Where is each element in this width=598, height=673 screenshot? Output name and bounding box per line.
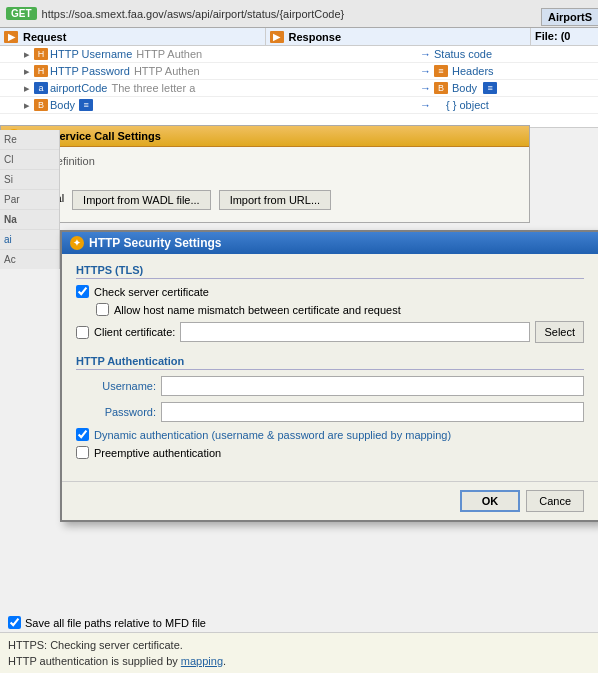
import-url-button[interactable]: Import from URL... <box>219 190 331 210</box>
http-security-dialog: ✦ HTTP Security Settings HTTPS (TLS) Che… <box>60 230 598 522</box>
import-wadl-button[interactable]: Import from WADL file... <box>72 190 211 210</box>
username-desc: HTTP Authen <box>136 48 202 60</box>
https-tls-section: HTTPS (TLS) Check server certificate All… <box>76 264 584 343</box>
status-bar: HTTPS: Checking server certificate. HTTP… <box>0 632 598 673</box>
airportcode-label: airportCode <box>50 82 107 94</box>
airports-tab[interactable]: AirportS <box>541 8 598 26</box>
password-label: HTTP Password <box>50 65 130 77</box>
username-input[interactable] <box>161 376 584 396</box>
tree-row-airportcode: ▸ a airportCode The three letter a → BBo… <box>0 80 598 97</box>
check-server-cert-label: Check server certificate <box>94 286 209 298</box>
body-icon2: ≡ <box>483 82 497 94</box>
allow-hostname-label: Allow host name mismatch between certifi… <box>114 304 401 316</box>
preemptive-checkbox[interactable] <box>76 446 89 459</box>
http-auth-section: HTTP Authentication Username: Password: … <box>76 355 584 459</box>
dialog-footer: OK Cance <box>62 481 598 520</box>
url-text: https://soa.smext.faa.gov/asws/api/airpo… <box>42 8 345 20</box>
https-tls-label: HTTPS (TLS) <box>76 264 584 279</box>
password-field-label: Password: <box>76 406 156 418</box>
http-auth-label: HTTP Authentication <box>76 355 584 370</box>
mapping-area: ▶ Request ▶ Response File: (0 ▸ H HTTP U… <box>0 28 598 128</box>
top-bar: GET https://soa.smext.faa.gov/asws/api/a… <box>0 0 598 28</box>
connector-2: → <box>420 65 431 77</box>
left-label-na: Na <box>0 210 59 230</box>
response-headers: ≡Headers <box>434 65 594 77</box>
status-mapping-link[interactable]: mapping <box>181 655 223 667</box>
tree-row-body: ▸ B Body ≡ → { } object <box>0 97 598 114</box>
dialog-body: HTTPS (TLS) Check server certificate All… <box>62 254 598 481</box>
left-label-ai: ai <box>0 230 59 250</box>
left-label-si: Si <box>0 170 59 190</box>
select-button[interactable]: Select <box>535 321 584 343</box>
status-line-1: HTTPS: Checking server certificate. <box>8 637 590 653</box>
save-paths-checkbox[interactable] <box>8 616 21 629</box>
save-paths-label: Save all file paths relative to MFD file <box>25 617 206 629</box>
connector-3: → <box>420 82 431 94</box>
username-row: Username: <box>76 376 584 396</box>
mapping-columns: ▶ Request ▶ Response File: (0 <box>0 28 598 46</box>
tree-row-password: ▸ H HTTP Password HTTP Authen → ≡Headers <box>0 63 598 80</box>
ws-settings-header: ✦ Web Service Call Settings <box>1 126 529 147</box>
body2-icon: ≡ <box>79 99 93 111</box>
left-label-ac: Ac <box>0 250 59 269</box>
client-cert-checkbox[interactable] <box>76 326 89 339</box>
ws-settings-panel: ✦ Web Service Call Settings Service defi… <box>0 125 530 223</box>
expand-airportcode: ▸ <box>24 82 34 95</box>
dialog-title: HTTP Security Settings <box>89 236 221 250</box>
connector-1: → <box>420 48 431 60</box>
password-row: Password: <box>76 402 584 422</box>
dialog-titlebar: ✦ HTTP Security Settings <box>62 232 598 254</box>
airportcode-icon: a <box>34 82 48 94</box>
left-label-par: Par <box>0 190 59 210</box>
password-input[interactable] <box>161 402 584 422</box>
username-label: HTTP Username <box>50 48 132 60</box>
check-server-cert-row[interactable]: Check server certificate <box>76 285 584 298</box>
wsdl-radio-row[interactable]: WSDL <box>11 173 519 186</box>
connector-4: → <box>420 99 431 111</box>
body-row-label: Body <box>50 99 75 111</box>
status-line-2: HTTP authentication is supplied by mappi… <box>8 653 590 669</box>
response-col-header: Response <box>289 31 342 43</box>
dynamic-auth-checkbox[interactable] <box>76 428 89 441</box>
status-line2-suffix: . <box>223 655 226 667</box>
headers-icon: ≡ <box>434 65 448 77</box>
response-body: BBody ≡ <box>434 82 594 94</box>
username-icon: H <box>34 48 48 60</box>
client-cert-input[interactable] <box>180 322 530 342</box>
username-field-label: Username: <box>76 380 156 392</box>
check-server-cert-checkbox[interactable] <box>76 285 89 298</box>
allow-hostname-checkbox[interactable] <box>96 303 109 316</box>
client-cert-row: Client certificate: Select <box>76 321 584 343</box>
request-col-header: Request <box>23 31 66 43</box>
dialog-title-icon: ✦ <box>70 236 84 250</box>
allow-hostname-row[interactable]: Allow host name mismatch between certifi… <box>96 303 584 316</box>
expand-username: ▸ <box>24 48 34 61</box>
request-col-icon: ▶ <box>4 31 18 43</box>
body-icon: B <box>434 82 448 94</box>
dynamic-auth-label: Dynamic authentication (username & passw… <box>94 429 451 441</box>
service-definition-label: Service definition <box>11 155 519 167</box>
ws-settings-body: Service definition WSDL Manual Import fr… <box>1 147 529 222</box>
body-row-icon: B <box>34 99 48 111</box>
status-line2-prefix: HTTP authentication is supplied by <box>8 655 181 667</box>
left-label-re: Re <box>0 130 59 150</box>
expand-password: ▸ <box>24 65 34 78</box>
response-status: Status code <box>434 48 594 60</box>
http-method-badge: GET <box>6 7 37 20</box>
tree-row-username: ▸ H HTTP Username HTTP Authen → Status c… <box>0 46 598 63</box>
response-object: { } object <box>434 99 594 111</box>
preemptive-auth-row[interactable]: Preemptive authentication <box>76 446 584 459</box>
password-desc: HTTP Authen <box>134 65 200 77</box>
response-col-icon: ▶ <box>270 31 284 43</box>
password-icon: H <box>34 65 48 77</box>
ok-button[interactable]: OK <box>460 490 521 512</box>
preemptive-label: Preemptive authentication <box>94 447 221 459</box>
client-cert-label: Client certificate: <box>94 326 175 338</box>
save-paths-row: Save all file paths relative to MFD file <box>8 616 206 629</box>
airportcode-desc: The three letter a <box>111 82 195 94</box>
expand-body: ▸ <box>24 99 34 112</box>
cancel-button[interactable]: Cance <box>526 490 584 512</box>
left-label-cl: Cl <box>0 150 59 170</box>
dynamic-auth-row[interactable]: Dynamic authentication (username & passw… <box>76 428 584 441</box>
